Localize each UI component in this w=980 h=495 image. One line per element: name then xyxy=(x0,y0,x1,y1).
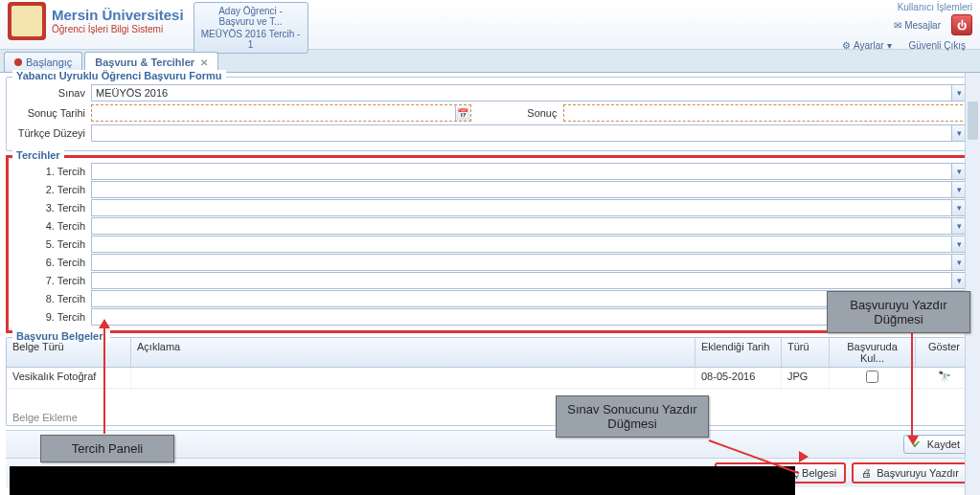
binoculars-icon[interactable]: 🔭 xyxy=(938,371,951,382)
envelope-icon: ✉ xyxy=(894,20,901,31)
tercih-label: 1. Tercih xyxy=(12,166,85,177)
grid-header: Belge Türü Açıklama Eklendiği Tarih Türü… xyxy=(7,338,973,368)
tab-label: Başvuru & Tercihler xyxy=(95,56,194,68)
tab-basvuru-tercihler[interactable]: Başvuru & Tercihler ✕ xyxy=(84,52,218,72)
basvuruyu-yazdir-button[interactable]: 🖨 Başvuruyu Yazdır xyxy=(852,462,969,484)
belge-ekleme-label: Belge Ekleme xyxy=(7,389,973,425)
messages-link[interactable]: ✉ Mesajlar xyxy=(887,17,947,34)
tercih-select[interactable]: ▾ xyxy=(91,236,968,253)
power-button[interactable]: ⏻ xyxy=(951,14,972,35)
belgeler-title: Başvuru Belgeleri xyxy=(12,330,110,342)
tercih-select[interactable]: ▾ xyxy=(91,254,968,271)
col-eklendigi-tarih[interactable]: Eklendiği Tarih xyxy=(695,338,782,367)
application-form-panel: Yabancı Uyruklu Öğrenci Başvuru Formu Sı… xyxy=(6,77,974,151)
row-sinav: Sınav MEÜYÖS 2016 ▾ xyxy=(12,84,968,101)
university-logo xyxy=(8,2,46,40)
logout-label: Güvenli Çıkış xyxy=(909,40,966,51)
tercih-label: 9. Tercih xyxy=(12,311,85,323)
tercih-row: 2. Tercih▾ xyxy=(12,181,968,198)
callout-basvuru-yazdir: Başvuruyu Yazdır Düğmesi xyxy=(827,291,970,333)
sonuc-label: Sonuç xyxy=(510,107,558,119)
arrow-head-icon xyxy=(799,451,809,462)
basvuru-yazdir-label: Başvuruyu Yazdır xyxy=(877,467,959,479)
arrow-head-icon xyxy=(907,436,919,445)
logout-link[interactable]: Güvenli Çıkış xyxy=(902,37,972,54)
tercih-row: 3. Tercih▾ xyxy=(12,199,968,216)
calendar-icon[interactable]: 📅 xyxy=(455,105,470,121)
open-windows: Aday Öğrenci - Başvuru ve T... MEÜYÖS 20… xyxy=(192,0,310,56)
vertical-scrollbar[interactable] xyxy=(965,73,980,495)
tercihler-title: Tercihler xyxy=(12,149,64,161)
tercih-row: 7. Tercih▾ xyxy=(12,272,968,289)
tercih-label: 4. Tercih xyxy=(12,220,85,232)
tercih-list: 1. Tercih▾2. Tercih▾3. Tercih▾4. Tercih▾… xyxy=(12,163,968,326)
col-basvuruda-kul[interactable]: Başvuruda Kul... xyxy=(830,338,916,367)
settings-label: Ayarlar xyxy=(854,40,884,51)
tercih-row: 5. Tercih▾ xyxy=(12,236,968,253)
tercih-select[interactable]: ▾ xyxy=(91,217,968,235)
tercih-row: 6. Tercih▾ xyxy=(12,254,968,271)
form-title: Yabancı Uyruklu Öğrenci Başvuru Formu xyxy=(12,70,226,81)
annotation-arrow xyxy=(911,327,913,438)
chevron-down-icon: ▾ xyxy=(887,40,892,51)
kaydet-label: Kaydet xyxy=(927,439,960,450)
row-turkce: Türkçe Düzeyi ▾ xyxy=(12,124,968,142)
tercih-label: 5. Tercih xyxy=(12,238,85,250)
tercih-label: 2. Tercih xyxy=(12,184,85,195)
close-icon[interactable]: ✕ xyxy=(200,57,208,68)
sonuc-tarihi-input[interactable]: 📅 xyxy=(91,104,471,122)
tercih-row: 9. Tercih▾ xyxy=(12,308,968,326)
tercih-label: 8. Tercih xyxy=(12,293,85,304)
sinav-select[interactable]: MEÜYÖS 2016 ▾ xyxy=(91,84,968,101)
turkce-select[interactable]: ▾ xyxy=(91,124,968,142)
turkce-label: Türkçe Düzeyi xyxy=(12,127,85,139)
sonuc-input[interactable] xyxy=(563,104,969,122)
tab-label: Başlangıç xyxy=(26,56,72,68)
grid-body: Vesikalık Fotoğraf08-05-2016JPG🔭 xyxy=(7,368,973,389)
redaction-strip xyxy=(10,466,795,495)
system-name: Öğrenci İşleri Bilgi Sistemi xyxy=(52,24,184,34)
bullet-icon xyxy=(14,58,22,66)
belgeler-panel: Başvuru Belgeleri Belge Türü Açıklama Ek… xyxy=(6,337,974,426)
university-name: Mersin Üniversitesi xyxy=(52,8,184,24)
callout-sinav-sonucu: Sınav Sonucunu Yazdır Düğmesi xyxy=(556,395,709,438)
tercih-select[interactable]: ▾ xyxy=(91,163,968,180)
open-window-tab[interactable]: Aday Öğrenci - Başvuru ve T... MEÜYÖS 20… xyxy=(194,2,308,54)
user-ops-title: Kullanıcı İşlemleri xyxy=(835,2,972,12)
tercih-row: 1. Tercih▾ xyxy=(12,163,968,180)
app-header: Mersin Üniversitesi Öğrenci İşleri Bilgi… xyxy=(0,0,980,50)
table-row[interactable]: Vesikalık Fotoğraf08-05-2016JPG🔭 xyxy=(7,368,973,389)
cell-turu: JPG xyxy=(782,368,830,388)
gear-icon: ⚙ xyxy=(842,40,851,51)
belgeler-grid: Belge Türü Açıklama Eklendiği Tarih Türü… xyxy=(7,338,973,389)
checkbox[interactable] xyxy=(866,371,878,383)
col-turu[interactable]: Türü xyxy=(782,338,830,367)
tercih-row: 4. Tercih▾ xyxy=(12,217,968,235)
user-operations: Kullanıcı İşlemleri ✉ Mesajlar ⏻ ⚙ Ayarl… xyxy=(828,0,980,56)
scrollbar-thumb[interactable] xyxy=(968,101,978,140)
tercih-select[interactable]: ▾ xyxy=(91,181,968,198)
cell-tarih: 08-05-2016 xyxy=(695,368,782,388)
cell-basvuruda-kul xyxy=(830,368,916,388)
tercih-label: 6. Tercih xyxy=(12,257,85,268)
sonuc-tarihi-label: Sonuç Tarihi xyxy=(12,107,85,119)
sinav-label: Sınav xyxy=(12,87,85,99)
tercih-select[interactable]: ▾ xyxy=(91,272,968,289)
row-sonuc-tarihi: Sonuç Tarihi 📅 xyxy=(12,104,471,122)
arrow-head-icon xyxy=(99,319,110,328)
row-sonuc: Sonuç xyxy=(510,104,969,122)
tab-baslangic[interactable]: Başlangıç xyxy=(4,52,82,72)
col-belge-turu[interactable]: Belge Türü xyxy=(7,338,131,367)
logo-area: Mersin Üniversitesi Öğrenci İşleri Bilgi… xyxy=(0,0,192,42)
tercih-select[interactable]: ▾ xyxy=(91,199,968,216)
tercih-label: 7. Tercih xyxy=(12,275,85,286)
col-aciklama[interactable]: Açıklama xyxy=(131,338,695,367)
annotation-arrow xyxy=(103,328,105,434)
cell-belge: Vesikalık Fotoğraf xyxy=(7,368,131,388)
callout-tercih-paneli: Tercih Paneli xyxy=(40,435,174,462)
cell-aciklama xyxy=(131,368,695,388)
settings-link[interactable]: ⚙ Ayarlar ▾ xyxy=(835,37,899,54)
tercih-label: 3. Tercih xyxy=(12,202,85,214)
open-tab-title: Aday Öğrenci - Başvuru ve T... xyxy=(200,6,302,27)
logo-text: Mersin Üniversitesi Öğrenci İşleri Bilgi… xyxy=(52,8,184,34)
